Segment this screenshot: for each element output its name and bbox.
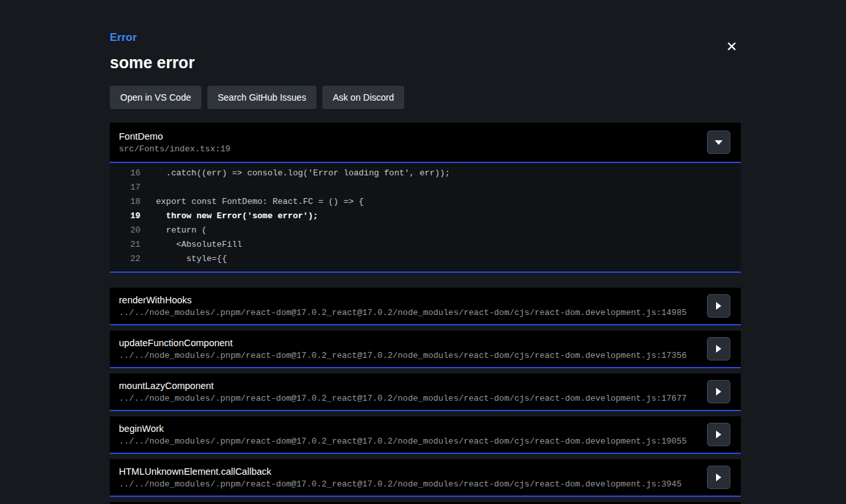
stack-frame-row: mountLazyComponent ../../node_modules/.p… (110, 373, 741, 411)
play-icon (716, 473, 721, 481)
stack-frame-list: renderWithHooks ../../node_modules/.pnpm… (110, 288, 741, 504)
code-line-number: 17 (110, 181, 140, 195)
code-line-text: style={{ (140, 252, 741, 266)
stack-frame-meta: updateFunctionComponent ../../node_modul… (119, 338, 687, 360)
code-line: 22 style={{ (110, 252, 741, 266)
expand-frame-button[interactable] (707, 423, 730, 446)
expand-frame-button[interactable] (707, 294, 730, 318)
ask-discord-button[interactable]: Ask on Discord (322, 86, 404, 109)
code-block: 16 .catch((err) => console.log('Error lo… (110, 163, 741, 273)
source-frame-panel: FontDemo src/Fonts/index.tsx:19 16 .catc… (110, 123, 741, 273)
stack-frame-row: updateFunctionComponent ../../node_modul… (110, 331, 741, 368)
stack-frame-function: mountLazyComponent (119, 381, 687, 391)
code-line-text (140, 181, 741, 195)
expand-frame-button[interactable] (707, 337, 730, 360)
code-line: 16 .catch((err) => console.log('Error lo… (110, 166, 741, 181)
source-frame-location: src/Fonts/index.tsx:19 (119, 144, 231, 154)
code-line: 20 return ( (110, 223, 741, 238)
stack-frame-location: ../../node_modules/.pnpm/react-dom@17.0.… (119, 351, 687, 360)
code-line-number: 22 (110, 252, 140, 266)
code-line-number: 20 (110, 223, 140, 238)
play-icon (716, 345, 721, 353)
code-line-text: return ( (140, 223, 741, 238)
code-line: 21 <AbsoluteFill (110, 238, 741, 252)
expand-frame-button[interactable] (707, 466, 730, 489)
code-line-text: throw new Error('some error'); (140, 209, 741, 223)
stack-frame-row: beginWork ../../node_modules/.pnpm/react… (110, 416, 741, 454)
collapse-frame-button[interactable] (707, 131, 730, 154)
stack-frame-location: ../../node_modules/.pnpm/react-dom@17.0.… (119, 436, 687, 446)
code-line-text: .catch((err) => console.log('Error loadi… (140, 166, 741, 181)
error-overlay: Error some error Open in VS Code Search … (110, 0, 741, 504)
stack-frame-meta: beginWork ../../node_modules/.pnpm/react… (119, 423, 687, 446)
play-icon (716, 431, 721, 438)
stack-frame-meta: renderWithHooks ../../node_modules/.pnpm… (119, 295, 687, 318)
open-vscode-button[interactable]: Open in VS Code (110, 86, 201, 109)
chevron-down-icon (715, 140, 723, 145)
code-line-number: 18 (110, 195, 140, 209)
play-icon (716, 388, 721, 396)
expand-frame-button[interactable] (707, 380, 730, 403)
stack-frame-row: HTMLUnknownElement.callCallback ../../no… (110, 459, 741, 497)
stack-frame-meta: mountLazyComponent ../../node_modules/.p… (119, 381, 687, 403)
code-line-number: 16 (110, 166, 140, 181)
source-frame-header: FontDemo src/Fonts/index.tsx:19 (110, 123, 741, 163)
source-frame-function: FontDemo (119, 131, 231, 142)
error-message: some error (110, 53, 741, 72)
code-line-number: 21 (110, 238, 140, 252)
source-frame-meta: FontDemo src/Fonts/index.tsx:19 (119, 131, 231, 154)
code-line: 18export const FontDemo: React.FC = () =… (110, 195, 741, 209)
stack-frame-location: ../../node_modules/.pnpm/react-dom@17.0.… (119, 479, 682, 489)
play-icon (716, 302, 721, 310)
action-bar: Open in VS Code Search GitHub Issues Ask… (110, 86, 741, 109)
stack-frame-function: beginWork (119, 423, 687, 434)
stack-frame-location: ../../node_modules/.pnpm/react-dom@17.0.… (119, 394, 687, 403)
error-kicker: Error (110, 31, 741, 44)
stack-frame-location: ../../node_modules/.pnpm/react-dom@17.0.… (119, 308, 687, 318)
code-line-number: 19 (110, 209, 140, 223)
code-line: 19 throw new Error('some error'); (110, 209, 741, 223)
code-line-text: <AbsoluteFill (140, 238, 741, 252)
code-line: 17 (110, 181, 741, 195)
search-github-issues-button[interactable]: Search GitHub Issues (207, 86, 316, 109)
stack-frame-function: HTMLUnknownElement.callCallback (119, 466, 682, 477)
stack-frame-function: renderWithHooks (119, 295, 687, 305)
stack-frame-function: updateFunctionComponent (119, 338, 687, 348)
stack-frame-meta: HTMLUnknownElement.callCallback ../../no… (119, 466, 682, 489)
code-line-text: export const FontDemo: React.FC = () => … (140, 195, 741, 209)
stack-frame-row: renderWithHooks ../../node_modules/.pnpm… (110, 288, 741, 325)
